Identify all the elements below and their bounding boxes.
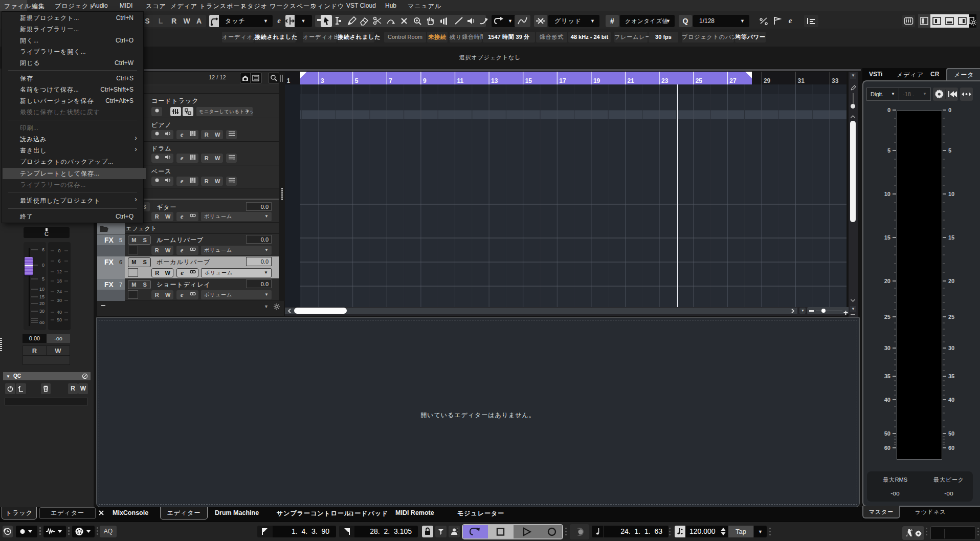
- svg-text:50: 50: [948, 430, 954, 437]
- svg-text:5: 5: [42, 276, 44, 282]
- svg-text:27: 27: [729, 77, 737, 84]
- svg-text:50: 50: [57, 317, 62, 322]
- svg-text:3: 3: [321, 77, 324, 84]
- svg-text:50: 50: [884, 430, 890, 437]
- svg-text:15: 15: [884, 234, 890, 241]
- svg-text:35: 35: [884, 373, 890, 379]
- svg-text:20: 20: [884, 278, 890, 284]
- svg-text:6: 6: [58, 258, 60, 264]
- svg-text:9: 9: [423, 77, 427, 84]
- svg-text:18: 18: [57, 278, 62, 284]
- svg-text:60: 60: [884, 445, 890, 451]
- svg-text:40: 40: [884, 397, 890, 403]
- svg-text:13: 13: [491, 77, 498, 84]
- svg-text:30: 30: [57, 298, 62, 303]
- svg-text:11: 11: [457, 77, 464, 84]
- svg-text:30: 30: [948, 345, 954, 351]
- svg-text:0: 0: [42, 263, 44, 268]
- svg-text:10: 10: [948, 191, 954, 197]
- svg-text:24: 24: [57, 289, 62, 294]
- svg-text:0: 0: [887, 107, 890, 113]
- svg-text:25: 25: [696, 77, 703, 84]
- svg-text:oo: oo: [39, 320, 44, 325]
- svg-text:19: 19: [593, 77, 600, 84]
- svg-text:35: 35: [948, 373, 954, 379]
- svg-text:30: 30: [39, 309, 44, 314]
- svg-text:5: 5: [355, 77, 359, 84]
- svg-text:0: 0: [58, 248, 60, 253]
- svg-text:40: 40: [57, 310, 62, 315]
- svg-text:6: 6: [42, 247, 44, 252]
- svg-text:5: 5: [948, 147, 951, 154]
- svg-text:30: 30: [884, 345, 890, 351]
- svg-text:1: 1: [287, 77, 291, 84]
- svg-text:23: 23: [661, 77, 669, 84]
- svg-text:25: 25: [948, 314, 954, 320]
- svg-text:15: 15: [525, 77, 532, 84]
- svg-text:60: 60: [948, 445, 954, 451]
- svg-text:25: 25: [884, 314, 890, 320]
- svg-text:21: 21: [628, 77, 635, 84]
- svg-text:5: 5: [887, 147, 890, 154]
- svg-text:15: 15: [39, 294, 44, 299]
- svg-text:0: 0: [948, 107, 951, 113]
- svg-text:20: 20: [948, 278, 954, 284]
- svg-text:20: 20: [39, 301, 44, 306]
- svg-text:10: 10: [39, 287, 44, 292]
- svg-text:17: 17: [559, 77, 566, 84]
- svg-text:40: 40: [948, 397, 954, 403]
- svg-text:15: 15: [948, 234, 954, 241]
- svg-text:31: 31: [798, 77, 805, 84]
- svg-text:12: 12: [57, 269, 62, 274]
- svg-text:33: 33: [832, 77, 839, 84]
- svg-text:29: 29: [764, 77, 771, 84]
- svg-text:7: 7: [389, 77, 392, 84]
- svg-text:10: 10: [884, 191, 890, 197]
